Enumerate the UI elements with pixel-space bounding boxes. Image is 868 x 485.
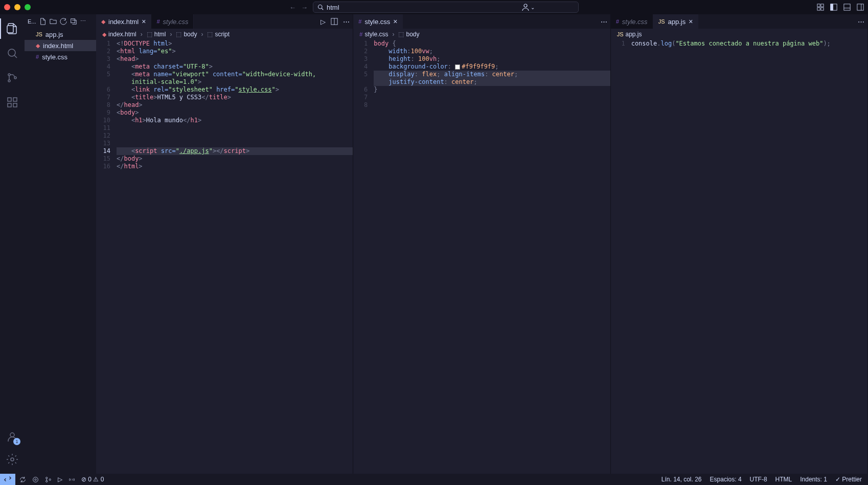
svg-point-30 [35, 478, 36, 480]
refresh-icon[interactable] [60, 18, 67, 25]
breadcrumb-item[interactable]: index.html [108, 31, 136, 38]
status-language[interactable]: HTML [775, 476, 792, 483]
svg-rect-6 [821, 8, 824, 10]
status-sync-icon[interactable] [19, 476, 26, 483]
structure-icon: ⬚ [207, 31, 213, 38]
copilot-icon[interactable]: ⌄ [521, 3, 535, 11]
css-file-icon: # [36, 54, 39, 60]
file-label: index.html [43, 42, 73, 50]
breadcrumb-item[interactable]: script [215, 31, 230, 38]
svg-point-24 [10, 433, 14, 437]
tab-style-css[interactable]: # style.css [611, 14, 653, 29]
status-debug-icon[interactable]: ▷ [58, 476, 62, 483]
remote-indicator[interactable] [0, 474, 15, 485]
file-item-style-css[interactable]: # style.css [25, 51, 96, 62]
svg-rect-9 [831, 4, 833, 10]
layout-customize-icon[interactable] [817, 4, 824, 11]
search-text: html [327, 4, 339, 11]
more-icon[interactable]: ⋯ [858, 18, 864, 26]
svg-point-15 [8, 49, 15, 56]
svg-rect-20 [8, 98, 11, 101]
close-tab-icon[interactable]: × [393, 17, 397, 26]
editor-group-3: # style.css JS app.js × ⋯ JS app.js 1 [611, 14, 868, 474]
editor-group-2: # style.css × ⋯ # style.css ⬚ body 12345… [353, 14, 610, 474]
window-close-button[interactable] [4, 4, 10, 10]
status-prettier[interactable]: ✓ Prettier [835, 476, 862, 483]
window-maximize-button[interactable] [25, 4, 31, 10]
status-cursor-position[interactable]: Lín. 14, col. 26 [661, 476, 702, 483]
breadcrumb-item[interactable]: body [406, 31, 419, 38]
code-editor-html[interactable]: 12345678910111213141516 <!DOCTYPE html> … [96, 40, 353, 474]
svg-point-18 [8, 80, 10, 82]
close-tab-icon[interactable]: × [689, 17, 693, 26]
svg-point-33 [49, 478, 51, 480]
close-tab-icon[interactable]: × [142, 17, 146, 26]
file-item-index-html[interactable]: ◆ index.html [25, 40, 96, 51]
new-folder-icon[interactable] [50, 18, 57, 25]
status-ports-icon[interactable] [32, 476, 39, 483]
tab-style-css[interactable]: # style.css × [353, 14, 403, 29]
status-git-branch-icon[interactable] [45, 476, 52, 483]
nav-forward-icon[interactable]: → [301, 4, 308, 11]
tab-label: style.css [163, 18, 189, 26]
status-bar: ▷ ⊘ 0 ⚠ 0 Lín. 14, col. 26 Espacios: 4 U… [0, 474, 868, 485]
css-file-icon: # [359, 31, 362, 37]
svg-rect-21 [8, 103, 11, 107]
svg-point-31 [46, 477, 48, 478]
extensions-icon[interactable] [0, 92, 25, 113]
breadcrumb-item[interactable]: html [154, 31, 166, 38]
svg-line-1 [322, 8, 323, 10]
tab-style-css[interactable]: # style.css [151, 14, 194, 29]
svg-rect-26 [71, 19, 75, 23]
tab-index-html[interactable]: ◆ index.html × [96, 14, 151, 29]
structure-icon: ⬚ [176, 31, 181, 38]
tab-app-js[interactable]: JS app.js × [653, 14, 699, 29]
file-item-app-js[interactable]: JS app.js [25, 29, 96, 40]
svg-point-17 [8, 74, 10, 76]
source-control-icon[interactable] [0, 68, 25, 88]
svg-rect-5 [817, 8, 820, 10]
toggle-secondary-sidebar-icon[interactable] [857, 4, 864, 11]
collapse-all-icon[interactable] [70, 18, 77, 25]
svg-rect-12 [857, 4, 863, 10]
more-icon[interactable]: ⋯ [343, 18, 350, 26]
split-editor-icon[interactable] [331, 18, 338, 25]
structure-icon: ⬚ [147, 31, 152, 38]
svg-line-16 [14, 55, 17, 58]
breadcrumb-item[interactable]: body [184, 31, 197, 38]
more-icon[interactable]: ⋯ [601, 18, 607, 26]
new-file-icon[interactable] [39, 18, 47, 25]
svg-rect-3 [817, 4, 820, 7]
html-file-icon: ◆ [101, 18, 105, 25]
explorer-title: E... [28, 18, 36, 25]
titlebar: ← → html ⌄ [0, 0, 868, 14]
accounts-icon[interactable]: 1 [0, 427, 25, 447]
nav-back-icon[interactable]: ← [289, 4, 296, 11]
status-encoding[interactable]: UTF-8 [750, 476, 767, 483]
breadcrumb-item[interactable]: app.js [626, 31, 642, 38]
toggle-primary-sidebar-icon[interactable] [830, 4, 837, 11]
window-minimize-button[interactable] [14, 4, 20, 10]
code-editor-css[interactable]: 12345678 body { width:100vw; height: 100… [353, 40, 610, 474]
run-icon[interactable]: ▷ [321, 18, 326, 26]
svg-point-2 [524, 4, 527, 7]
html-file-icon: ◆ [36, 42, 40, 49]
svg-point-29 [33, 477, 38, 482]
command-center-search[interactable]: html [313, 2, 579, 13]
more-actions-icon[interactable]: ⋯ [80, 18, 86, 25]
settings-gear-icon[interactable] [0, 449, 25, 470]
explorer-icon[interactable] [0, 18, 25, 39]
css-file-icon: # [616, 18, 619, 25]
file-label: style.css [42, 53, 67, 61]
search-icon[interactable] [0, 43, 25, 63]
status-live-icon[interactable] [68, 476, 75, 483]
status-indentation[interactable]: Espacios: 4 [710, 476, 742, 483]
svg-rect-10 [844, 4, 850, 10]
file-label: app.js [45, 31, 63, 38]
status-problems[interactable]: ⊘ 0 ⚠ 0 [81, 476, 104, 483]
status-indents[interactable]: Indents: 1 [800, 476, 827, 483]
breadcrumb-item[interactable]: style.css [364, 31, 388, 38]
toggle-panel-icon[interactable] [843, 4, 851, 11]
html-file-icon: ◆ [102, 31, 106, 38]
code-editor-js[interactable]: 1 console.log("Estamos conectado a nuest… [611, 40, 867, 474]
